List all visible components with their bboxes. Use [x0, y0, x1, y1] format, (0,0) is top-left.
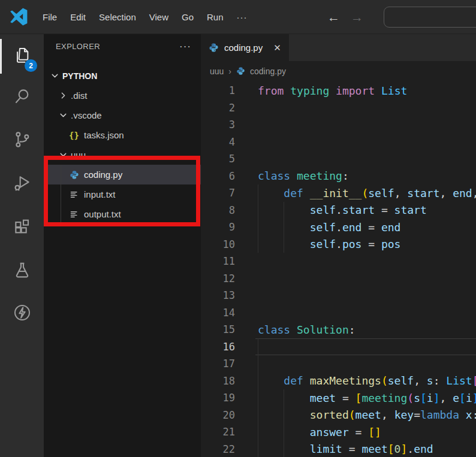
breadcrumb-separator-icon: › — [228, 66, 231, 76]
breadcrumb-file[interactable]: coding.py — [250, 66, 286, 76]
editor-group: coding.py ✕ uuu › coding.py 1from typing… — [201, 34, 476, 457]
code-line-9[interactable]: 9 self.end = end — [201, 219, 476, 236]
section-python[interactable]: PYTHON — [44, 66, 201, 86]
code-line-22[interactable]: 22 limit = meet[0].end — [201, 441, 476, 457]
tab-label: coding.py — [224, 43, 263, 53]
tree-item-coding-py[interactable]: coding.py — [44, 165, 201, 184]
menu-more-icon[interactable]: ··· — [230, 9, 254, 25]
beaker-icon — [13, 261, 32, 280]
code-line-10[interactable]: 10 self.pos = pos — [201, 236, 476, 253]
line-number[interactable]: 1 — [201, 84, 235, 96]
code-text: class meeting: — [258, 170, 349, 182]
code-line-8[interactable]: 8 self.start = start — [201, 202, 476, 219]
code-line-20[interactable]: 20 sorted(meet, key=lambda x: x.end) — [201, 407, 476, 424]
item-label: coding.py — [84, 170, 122, 180]
chevron-down-icon — [50, 71, 60, 81]
item-label: tasks.json — [84, 130, 124, 140]
explorer-button[interactable]: 2 — [0, 37, 44, 74]
explorer-badge: 2 — [25, 59, 37, 72]
lightning-button[interactable] — [0, 294, 44, 331]
line-number[interactable]: 5 — [201, 153, 235, 165]
code-text: answer = [] — [258, 426, 381, 438]
code-line-5[interactable]: 5 — [201, 150, 476, 168]
search-button[interactable] — [0, 78, 44, 115]
activity-bar: 2 — [0, 34, 44, 457]
code-line-7[interactable]: 7 def __init__(self, start, end, pos): — [201, 184, 476, 202]
menu-go[interactable]: Go — [175, 9, 200, 25]
line-number[interactable]: 20 — [201, 409, 235, 421]
breadcrumb-folder[interactable]: uuu — [210, 66, 224, 76]
menu-selection[interactable]: Selection — [92, 9, 143, 25]
zap-icon — [13, 303, 32, 322]
line-number[interactable]: 7 — [201, 187, 235, 199]
line-number[interactable]: 6 — [201, 170, 235, 182]
menu-bar: File Edit Selection View Go Run ··· — [36, 9, 254, 25]
navigate-back-icon[interactable]: ← — [327, 11, 340, 23]
line-number[interactable]: 3 — [201, 119, 235, 131]
code-line-19[interactable]: 19 meet = [meeting(s[i], e[i], i) for i … — [201, 389, 476, 407]
code-line-2[interactable]: 2 — [201, 99, 476, 117]
line-number[interactable]: 15 — [201, 323, 235, 335]
code-line-3[interactable]: 3 — [201, 116, 476, 134]
line-number[interactable]: 19 — [201, 392, 235, 404]
code-line-14[interactable]: 14 — [201, 304, 476, 322]
command-search-box[interactable] — [384, 7, 476, 28]
line-number[interactable]: 18 — [201, 375, 235, 387]
run-and-debug-button[interactable] — [0, 165, 44, 202]
line-number[interactable]: 13 — [201, 289, 235, 301]
code-line-6[interactable]: 6class meeting: — [201, 168, 476, 185]
line-number[interactable]: 16 — [201, 341, 235, 353]
code-line-18[interactable]: 18 def maxMeetings(self, s: List[List[in… — [201, 373, 476, 390]
item-label: .dist — [71, 90, 88, 101]
menu-edit[interactable]: Edit — [64, 9, 92, 25]
code-line-4[interactable]: 4 — [201, 134, 476, 151]
extensions-icon — [13, 217, 32, 237]
item-label: output.txt — [84, 209, 121, 219]
code-editor[interactable]: 1from typing import List23456class meeti… — [201, 82, 476, 457]
line-number[interactable]: 17 — [201, 358, 235, 370]
code-text: self.pos = pos — [258, 238, 400, 250]
python-icon — [69, 170, 79, 180]
code-line-17[interactable]: 17 — [201, 355, 476, 373]
line-number[interactable]: 21 — [201, 426, 235, 438]
menu-view[interactable]: View — [143, 9, 175, 25]
testing-button[interactable] — [0, 252, 44, 289]
indent-guide — [258, 355, 258, 373]
menu-file[interactable]: File — [36, 9, 64, 25]
extensions-button[interactable] — [0, 208, 44, 246]
source-control-button[interactable] — [0, 121, 44, 158]
line-number[interactable]: 11 — [201, 255, 235, 267]
line-number[interactable]: 14 — [201, 307, 235, 319]
tree-item-tasks-json[interactable]: {}tasks.json — [44, 125, 201, 145]
code-text: class Solution: — [258, 323, 356, 336]
code-line-13[interactable]: 13 — [201, 287, 476, 304]
text-file-icon — [69, 209, 79, 219]
line-number[interactable]: 10 — [201, 238, 235, 250]
code-line-1[interactable]: 1from typing import List — [201, 82, 476, 99]
code-line-21[interactable]: 21 answer = [] — [201, 423, 476, 441]
tab-coding-py[interactable]: coding.py ✕ — [201, 34, 289, 61]
line-number[interactable]: 12 — [201, 273, 235, 285]
code-text: meet = [meeting(s[i], e[i], i) for i in … — [258, 392, 476, 404]
search-input[interactable] — [384, 7, 476, 27]
line-number[interactable]: 9 — [201, 221, 235, 233]
code-line-12[interactable]: 12 — [201, 270, 476, 287]
item-label: input.txt — [84, 189, 116, 199]
tree-item-output-txt[interactable]: output.txt — [44, 204, 201, 224]
explorer-more-actions-icon[interactable]: ··· — [179, 44, 191, 50]
code-line-16[interactable]: 16 — [201, 338, 476, 356]
code-text: from typing import List — [258, 84, 407, 97]
tree-item-input-txt[interactable]: input.txt — [44, 184, 201, 204]
line-number[interactable]: 22 — [201, 443, 235, 455]
tree-item--dist[interactable]: .dist — [44, 86, 201, 105]
code-line-11[interactable]: 11 — [201, 253, 476, 270]
line-number[interactable]: 8 — [201, 204, 235, 216]
menu-run[interactable]: Run — [200, 9, 230, 25]
line-number[interactable]: 4 — [201, 136, 235, 148]
tree-item-uuu[interactable]: uuu — [44, 145, 201, 165]
tree-item--vscode[interactable]: .vscode — [44, 105, 201, 125]
tab-close-icon[interactable]: ✕ — [273, 43, 281, 53]
line-number[interactable]: 2 — [201, 102, 235, 114]
search-icon — [13, 87, 32, 106]
code-line-15[interactable]: 15class Solution: — [201, 321, 476, 338]
